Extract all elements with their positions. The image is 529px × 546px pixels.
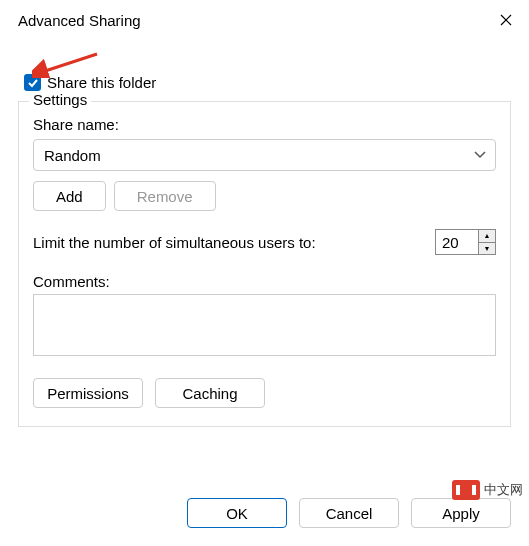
settings-fieldset: Settings Share name: Random Add Remove L… <box>18 101 511 427</box>
share-folder-row: Share this folder <box>24 74 511 91</box>
limit-users-label: Limit the number of simultaneous users t… <box>33 234 316 251</box>
apply-button[interactable]: Apply <box>411 498 511 528</box>
remove-button: Remove <box>114 181 216 211</box>
titlebar: Advanced Sharing <box>0 0 529 40</box>
dialog-footer: OK Cancel Apply <box>0 488 529 546</box>
close-icon <box>500 14 512 26</box>
window-title: Advanced Sharing <box>18 12 483 29</box>
advanced-sharing-dialog: Advanced Sharing Share this folder Setti… <box>0 0 529 546</box>
ok-button[interactable]: OK <box>187 498 287 528</box>
share-folder-checkbox[interactable] <box>24 74 41 91</box>
cancel-button[interactable]: Cancel <box>299 498 399 528</box>
limit-users-spinner[interactable]: ▲ ▼ <box>435 229 496 255</box>
settings-legend: Settings <box>29 91 91 108</box>
share-name-value: Random <box>44 147 101 164</box>
caching-button[interactable]: Caching <box>155 378 265 408</box>
dialog-content: Share this folder Settings Share name: R… <box>0 40 529 488</box>
spinner-up-button[interactable]: ▲ <box>479 230 495 243</box>
check-icon <box>27 77 39 89</box>
share-name-label: Share name: <box>33 116 496 133</box>
comments-textarea[interactable] <box>33 294 496 356</box>
share-name-select[interactable]: Random <box>33 139 496 171</box>
comments-label: Comments: <box>33 273 496 290</box>
limit-users-input[interactable] <box>436 230 478 254</box>
spinner-down-button[interactable]: ▼ <box>479 243 495 255</box>
permissions-button[interactable]: Permissions <box>33 378 143 408</box>
close-button[interactable] <box>483 0 529 40</box>
add-button[interactable]: Add <box>33 181 106 211</box>
share-folder-label: Share this folder <box>47 74 156 91</box>
